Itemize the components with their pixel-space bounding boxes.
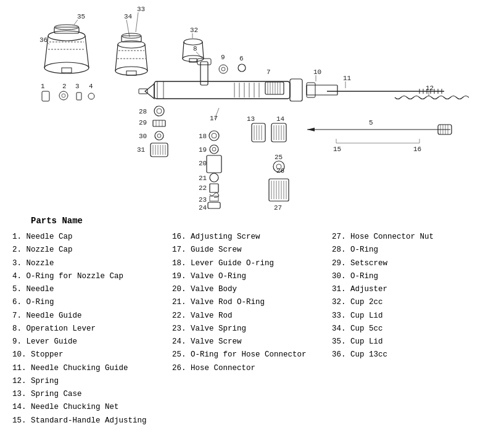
svg-text:10: 10 xyxy=(313,68,321,76)
svg-text:11: 11 xyxy=(343,75,352,82)
svg-text:30: 30 xyxy=(139,133,147,140)
svg-text:14: 14 xyxy=(276,115,285,123)
parts-col-2: 16. Adjusting Screw17. Guide Screw18. Le… xyxy=(172,231,332,427)
list-item: 19. Valve O-Ring xyxy=(172,270,332,283)
svg-text:29: 29 xyxy=(139,119,147,126)
svg-text:1: 1 xyxy=(41,83,45,90)
svg-text:23: 23 xyxy=(199,196,207,204)
list-item: 23. Valve Spring xyxy=(172,323,332,336)
list-item: 22. Valve Rod xyxy=(172,310,332,323)
list-item: 32. Cup 2cc xyxy=(332,296,492,309)
parts-columns: 1. Needle Cap2. Nozzle Cap3. Nozzle4. O-… xyxy=(12,231,492,427)
list-item: 7. Needle Guide xyxy=(12,310,172,323)
svg-text:22: 22 xyxy=(199,184,207,192)
svg-text:34: 34 xyxy=(124,13,133,20)
list-item: 12. Spring xyxy=(12,375,172,388)
list-item: 30. O-Ring xyxy=(332,270,492,283)
list-item: 3. Nozzle xyxy=(12,257,172,270)
list-item: 34. Cup 5cc xyxy=(332,323,492,336)
list-item: 25. O-Ring for Hose Connector xyxy=(172,348,332,361)
svg-text:21: 21 xyxy=(199,175,207,182)
list-item: 2. Nozzle Cap xyxy=(12,244,172,257)
svg-text:16: 16 xyxy=(413,146,421,153)
list-item: 35. Cup Lid xyxy=(332,336,492,348)
parts-col-3: 27. Hose Connector Nut28. O-Ring29. Sets… xyxy=(332,231,492,427)
list-item: 1. Needle Cap xyxy=(12,231,172,244)
list-item: 36. Cup 13cc xyxy=(332,348,492,361)
svg-text:20: 20 xyxy=(199,160,207,167)
list-item: 29. Setscrew xyxy=(332,257,492,270)
list-item: 27. Hose Connector Nut xyxy=(332,231,492,244)
svg-text:7: 7 xyxy=(266,68,271,76)
svg-text:33: 33 xyxy=(137,6,145,13)
list-item: 6. O-Ring xyxy=(12,296,172,309)
svg-text:26: 26 xyxy=(276,167,284,175)
list-item: 15. Standard-Handle Adjusting xyxy=(12,414,172,427)
list-item: 33. Cup Lid xyxy=(332,310,492,323)
svg-text:13: 13 xyxy=(247,115,255,123)
list-item: 21. Valve Rod O-Ring xyxy=(172,296,332,309)
list-item: 20. Valve Body xyxy=(172,283,332,296)
parts-title: Parts Name xyxy=(31,216,492,226)
svg-text:3: 3 xyxy=(75,83,80,90)
svg-text:28: 28 xyxy=(139,108,147,115)
svg-text:4: 4 xyxy=(89,83,93,90)
svg-text:25: 25 xyxy=(275,154,283,161)
svg-text:8: 8 xyxy=(193,45,197,52)
diagram-area: 36 35 34 33 xyxy=(0,0,504,210)
svg-text:12: 12 xyxy=(426,84,434,92)
list-item: 9. Lever Guide xyxy=(12,336,172,348)
list-item: 5. Needle xyxy=(12,283,172,296)
list-item: 31. Adjuster xyxy=(332,283,492,296)
list-item: 14. Needle Chucking Net xyxy=(12,401,172,414)
svg-text:19: 19 xyxy=(199,146,207,154)
svg-text:9: 9 xyxy=(221,54,225,61)
svg-text:24: 24 xyxy=(199,204,207,210)
list-item: 4. O-Ring for Nozzle Cap xyxy=(12,270,172,283)
list-item: 16. Adjusting Screw xyxy=(172,231,332,244)
svg-text:17: 17 xyxy=(210,115,218,122)
list-item: 26. Hose Connector xyxy=(172,362,332,375)
list-item: 18. Lever Guide O-ring xyxy=(172,257,332,270)
list-item: 8. Operation Lever xyxy=(12,323,172,336)
svg-text:36: 36 xyxy=(39,36,48,44)
svg-text:27: 27 xyxy=(274,204,282,210)
svg-text:32: 32 xyxy=(190,27,198,34)
list-item: 17. Guide Screw xyxy=(172,244,332,257)
parts-list-area: Parts Name 1. Needle Cap2. Nozzle Cap3. … xyxy=(0,210,504,441)
list-item: 10. Stopper xyxy=(12,348,172,361)
list-item: 24. Valve Screw xyxy=(172,336,332,348)
svg-text:31: 31 xyxy=(137,146,146,154)
svg-text:2: 2 xyxy=(62,83,67,90)
svg-text:6: 6 xyxy=(239,55,244,62)
parts-col-1: 1. Needle Cap2. Nozzle Cap3. Nozzle4. O-… xyxy=(12,231,172,427)
list-item: 28. O-Ring xyxy=(332,244,492,257)
list-item: 13. Spring Case xyxy=(12,388,172,401)
list-item: 11. Needle Chucking Guide xyxy=(12,362,172,375)
svg-text:15: 15 xyxy=(333,146,341,153)
svg-text:5: 5 xyxy=(369,119,373,126)
svg-text:18: 18 xyxy=(199,133,207,140)
svg-text:35: 35 xyxy=(77,13,85,20)
